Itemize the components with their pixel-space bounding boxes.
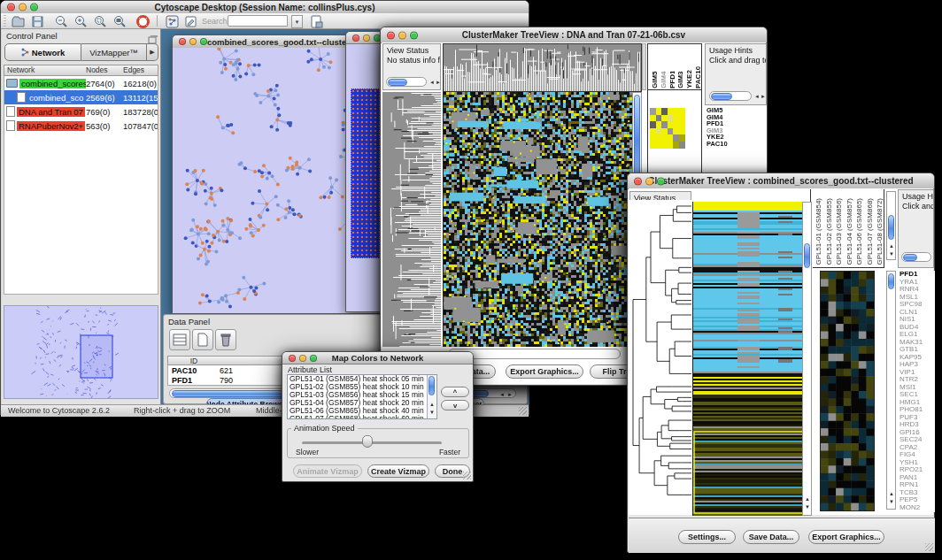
tv1-zoom-heatmap[interactable]: [650, 108, 685, 149]
heatmap-cell[interactable]: [668, 128, 674, 135]
column-label[interactable]: GPL51-06 (GSM865): [855, 198, 863, 265]
scroll-down-icon[interactable]: ▼: [889, 251, 894, 257]
gene-label[interactable]: NTR2: [900, 376, 935, 384]
network-tree-row[interactable]: combined_sco2569(6)13112(15): [4, 90, 158, 104]
network-table-header[interactable]: Network Nodes Edges: [4, 65, 158, 76]
gene-label[interactable]: KAP95: [900, 354, 935, 362]
attribute-listbox[interactable]: GPL51-01 (GSM854) heat shock 05 minGPL51…: [287, 374, 437, 419]
gene-label[interactable]: GTB1: [900, 346, 935, 354]
scroll-right-icon[interactable]: ►: [761, 94, 766, 99]
tab-network[interactable]: Network: [4, 43, 81, 61]
tv1-row-dendrogram[interactable]: [382, 92, 441, 347]
heatmap-cell[interactable]: [656, 108, 662, 115]
gene-label[interactable]: GPI16: [900, 429, 935, 437]
tv2-global-heatmap[interactable]: [692, 202, 810, 516]
gene-label[interactable]: BUD4: [900, 324, 935, 332]
heatmap-cell[interactable]: [673, 128, 679, 135]
tv2-global-vscrollbar[interactable]: ▲ ▼: [802, 202, 812, 516]
move-down-button[interactable]: v: [441, 400, 469, 410]
zoom-window-icon[interactable]: [30, 4, 38, 12]
usage-hints-scrollbar[interactable]: [901, 252, 931, 262]
network-overview-icon[interactable]: [165, 14, 180, 29]
heatmap-cell[interactable]: [679, 142, 685, 149]
heatmap-cell[interactable]: [673, 108, 679, 115]
animate-vizmap-button[interactable]: Animate Vizmap: [293, 464, 362, 478]
resize-grip[interactable]: [463, 472, 471, 479]
gene-label[interactable]: SEC1: [900, 391, 935, 399]
gene-label[interactable]: PHO81: [900, 406, 935, 414]
gene-label[interactable]: SPC98: [900, 301, 935, 309]
tv1-column-dendrogram[interactable]: [443, 43, 642, 92]
column-label[interactable]: PFD1: [668, 71, 676, 88]
heatmap-cell[interactable]: [661, 142, 668, 149]
heatmap-cell[interactable]: [650, 128, 656, 135]
close-icon[interactable]: [387, 31, 395, 39]
tv2-settings-button[interactable]: Settings...: [678, 530, 736, 544]
heatmap-cell[interactable]: [656, 121, 662, 128]
column-label[interactable]: GPL51-08 (GSM872): [876, 198, 884, 265]
report-icon[interactable]: [309, 14, 324, 29]
list-item[interactable]: GPL51-02 (GSM855) heat shock 10 min: [288, 383, 436, 391]
heatmap-cell[interactable]: [668, 142, 674, 149]
listbox-vscrollbar[interactable]: ▲ ▼: [427, 375, 436, 418]
gene-label[interactable]: PEP5: [900, 496, 935, 504]
dialog-title-bar[interactable]: Map Colors to Network: [282, 352, 473, 364]
tv2-zoom-heatmap[interactable]: [820, 271, 875, 511]
heatmap-cell[interactable]: [679, 121, 685, 128]
heatmap-cell[interactable]: [656, 128, 662, 135]
scroll-down-icon[interactable]: ▼: [429, 410, 435, 415]
zoom-window-icon[interactable]: [310, 355, 317, 362]
column-label[interactable]: GIM5: [651, 71, 658, 88]
heatmap-cell[interactable]: [656, 134, 662, 142]
usage-hints-scrollbar[interactable]: [709, 91, 752, 101]
save-icon[interactable]: [30, 14, 45, 29]
zoom-window-icon[interactable]: [657, 177, 665, 185]
gene-label[interactable]: MON2: [900, 504, 935, 512]
window-controls[interactable]: [352, 35, 381, 42]
minimize-icon[interactable]: [398, 31, 406, 39]
tab-vizmapper[interactable]: VizMapper™: [81, 43, 147, 61]
heatmap-cell[interactable]: [650, 108, 656, 115]
tv2-save-data-button[interactable]: Save Data...: [743, 530, 799, 544]
minimize-icon[interactable]: [645, 177, 653, 185]
zoom-row-label[interactable]: PAC10: [706, 141, 767, 148]
heatmap-cell[interactable]: [673, 121, 679, 128]
heatmap-cell[interactable]: [679, 134, 685, 142]
heatmap-cell[interactable]: [650, 134, 656, 142]
column-label[interactable]: GPL51-01 (GSM854): [815, 198, 822, 265]
help-icon[interactable]: [135, 14, 151, 29]
scroll-left-icon[interactable]: ◄: [754, 94, 760, 99]
gene-label[interactable]: PAN1: [900, 474, 935, 482]
gene-label[interactable]: YRA1: [900, 279, 935, 287]
close-icon[interactable]: [352, 35, 359, 42]
create-vizmap-button[interactable]: Create Vizmap: [367, 464, 429, 478]
window-controls[interactable]: [179, 38, 207, 45]
scroll-right-icon[interactable]: ►: [436, 80, 441, 85]
minimize-icon[interactable]: [19, 4, 27, 12]
gene-label[interactable]: YSH1: [900, 459, 935, 467]
close-icon[interactable]: [634, 177, 642, 185]
heatmap-cell[interactable]: [650, 142, 656, 149]
heatmap-cell[interactable]: [650, 115, 656, 122]
zoom-selected-icon[interactable]: [93, 14, 108, 29]
scroll-down-icon[interactable]: ▼: [889, 499, 894, 504]
window-controls[interactable]: [634, 177, 665, 185]
new-attribute-icon[interactable]: [192, 329, 213, 350]
heatmap-cell[interactable]: [661, 115, 668, 122]
heatmap-cell[interactable]: [661, 134, 668, 142]
tv2-labels-vscrollbar[interactable]: ▲ ▼: [886, 191, 896, 260]
network-overview-panel[interactable]: [4, 305, 158, 399]
gene-label[interactable]: CLN1: [900, 309, 935, 317]
gene-label[interactable]: HRD3: [900, 421, 935, 429]
gene-label[interactable]: RPN1: [900, 481, 935, 489]
tv1-export-graphics-button[interactable]: Export Graphics...: [506, 364, 583, 379]
list-item[interactable]: GPL51-04 (GSM857) heat shock 20 min: [288, 399, 436, 407]
zoom-window-icon[interactable]: [410, 31, 418, 39]
gene-label[interactable]: HAP3: [900, 361, 935, 369]
gene-label[interactable]: PFD1: [900, 271, 935, 279]
main-title-bar[interactable]: Cytoscape Desktop (Session Name: collins…: [1, 1, 529, 14]
speed-slider-thumb[interactable]: [362, 435, 373, 448]
scroll-up-icon[interactable]: ▲: [889, 243, 894, 249]
gene-label[interactable]: FIG4: [900, 451, 935, 459]
column-label[interactable]: GIM4: [660, 71, 667, 88]
